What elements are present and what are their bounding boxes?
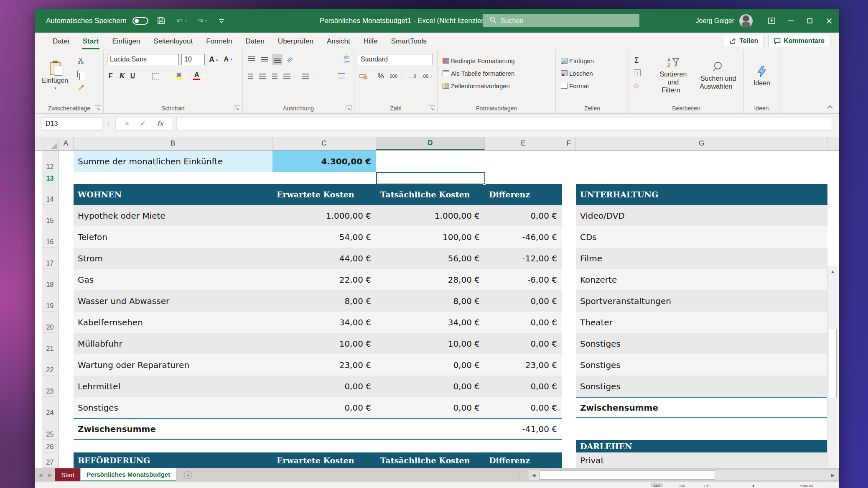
formula-input[interactable]: ▾ <box>176 117 832 130</box>
cell[interactable]: 0,00 € <box>485 397 562 418</box>
row-header-14[interactable]: 14 <box>42 184 59 205</box>
select-all-corner[interactable] <box>42 137 59 150</box>
sheet-nav-left-icon[interactable]: ◀ <box>38 472 42 478</box>
cell[interactable]: 23,00 € <box>485 354 562 376</box>
cell[interactable] <box>562 440 576 452</box>
zoom-slider-thumb[interactable] <box>753 485 754 487</box>
copy-button[interactable]: ▾ <box>76 69 89 79</box>
autosave-toggle[interactable] <box>132 17 148 25</box>
enter-icon[interactable]: ✓ <box>140 119 146 128</box>
cell[interactable]: Wartung oder Reparaturen <box>74 354 272 376</box>
tab-datei[interactable]: Datei <box>46 33 76 49</box>
table-title-darlehen[interactable]: DARLEHEN <box>576 440 827 452</box>
row-header-17[interactable]: 17 <box>42 248 59 269</box>
percent-style-button[interactable]: % <box>376 71 386 82</box>
cell[interactable] <box>376 440 485 452</box>
cell[interactable] <box>562 452 576 468</box>
font-color-button[interactable]: A▾ <box>191 71 207 82</box>
cell[interactable] <box>59 354 74 376</box>
tab-seitenlayout[interactable]: Seitenlayout <box>147 33 200 49</box>
align-bottom-icon[interactable] <box>272 54 283 65</box>
cell[interactable]: 8,00 € <box>376 290 485 312</box>
decrease-indent-icon[interactable]: ← <box>282 71 298 82</box>
cell[interactable]: -6,00 € <box>485 269 562 290</box>
tab-smarttools[interactable]: SmartTools <box>384 33 433 49</box>
cut-button[interactable] <box>76 55 89 66</box>
cell[interactable]: -46,00 € <box>485 226 562 248</box>
user-name[interactable]: Joerg Geiger <box>696 17 735 25</box>
header-actual[interactable]: Tatsächliche Kosten <box>376 184 485 205</box>
cell[interactable]: Theater <box>576 312 827 333</box>
table-title-befoerderung[interactable]: BEFÖRDERUNG <box>74 452 272 468</box>
row-header-26[interactable]: 26 <box>42 440 59 452</box>
cell[interactable] <box>272 418 376 440</box>
row-header-18[interactable]: 18 <box>42 269 59 290</box>
cell[interactable]: 100,00 € <box>376 226 485 248</box>
cell[interactable] <box>576 172 827 184</box>
cell[interactable]: 0,00 € <box>485 376 562 397</box>
conditional-formatting-button[interactable]: Bedingte Formatierung▾ <box>441 54 553 67</box>
sheet-tab-start[interactable]: Start <box>55 468 80 482</box>
increase-decimal-icon[interactable]: ←.0 <box>406 71 418 82</box>
cell[interactable] <box>562 205 576 226</box>
font-name-select[interactable]: Lucida Sans▾ <box>107 54 179 65</box>
italic-button[interactable]: K <box>117 71 126 82</box>
cell[interactable]: Gas <box>74 269 272 290</box>
page-break-view-icon[interactable] <box>701 483 713 487</box>
cell[interactable] <box>562 376 576 397</box>
collapse-ribbon-icon[interactable] <box>827 104 833 110</box>
cell[interactable]: Lehrmittel <box>74 376 272 397</box>
format-painter-button[interactable] <box>76 82 89 93</box>
cell[interactable]: 1.000,00 € <box>272 205 376 226</box>
cell[interactable] <box>59 269 74 290</box>
cell[interactable]: Wasser und Abwasser <box>74 290 272 312</box>
header-expected[interactable]: Erwartete Kosten <box>272 184 376 205</box>
comma-style-button[interactable]: 000 <box>388 71 399 82</box>
cell[interactable]: 0,00 € <box>485 333 562 354</box>
cell[interactable] <box>59 248 74 269</box>
income-label-cell[interactable]: Summe der monatlichen Einkünfte <box>74 151 272 172</box>
cell[interactable]: 0,00 € <box>485 312 562 333</box>
fill-button[interactable]: ↓▾ <box>632 67 651 78</box>
tab-ansicht[interactable]: Ansicht <box>320 33 357 49</box>
normal-view-icon[interactable] <box>651 483 663 487</box>
cell[interactable]: 22,00 € <box>272 269 376 290</box>
cell[interactable] <box>485 172 562 184</box>
cell[interactable] <box>59 376 74 397</box>
cell[interactable]: 44,00 € <box>272 248 376 269</box>
cell[interactable] <box>376 418 485 440</box>
cell-styles-button[interactable]: Zellenformatvorlagen▾ <box>441 79 553 92</box>
row-header-22[interactable]: 22 <box>42 354 59 376</box>
cell[interactable]: Müllabfuhr <box>74 333 272 354</box>
selected-cell-outline[interactable] <box>376 172 485 184</box>
cell[interactable] <box>576 418 827 440</box>
cell[interactable] <box>272 440 376 452</box>
zoom-level[interactable]: 100 % <box>799 484 814 487</box>
font-dialog-launcher[interactable]: ↘ <box>234 105 240 111</box>
tab-formeln[interactable]: Formeln <box>199 33 239 49</box>
cell[interactable]: -12,00 € <box>485 248 562 269</box>
cell[interactable]: Sportveranstaltungen <box>576 290 827 312</box>
cell[interactable]: 0,00 € <box>485 290 562 312</box>
column-header-a[interactable]: A <box>59 137 74 150</box>
vertical-scrollbar[interactable]: ▲ ▼ <box>827 266 838 488</box>
cell[interactable] <box>485 440 562 452</box>
cell[interactable]: Video/DVD <box>576 205 827 226</box>
header-diff-2[interactable]: Differenz <box>485 452 562 468</box>
row-header-24[interactable]: 24 <box>42 397 59 418</box>
formula-bar-handle[interactable]: ⋮ <box>106 120 112 127</box>
cell[interactable]: Sonstiges <box>576 354 827 376</box>
borders-button[interactable]: ▾ <box>150 71 165 82</box>
quick-access-toolbar-icon[interactable] <box>214 14 229 28</box>
cell[interactable] <box>59 151 74 172</box>
paste-button[interactable]: Einfügen ▾ <box>38 53 71 100</box>
cell[interactable] <box>562 269 576 290</box>
column-header-b[interactable]: B <box>74 137 272 150</box>
avatar[interactable] <box>739 14 753 28</box>
comments-button[interactable]: Kommentare <box>768 35 830 47</box>
cell[interactable]: 54,00 € <box>272 226 376 248</box>
header-expected-2[interactable]: Erwartete Kosten <box>272 452 376 468</box>
cell[interactable] <box>59 184 74 205</box>
align-middle-icon[interactable] <box>259 54 270 65</box>
maximize-button[interactable] <box>800 9 820 33</box>
